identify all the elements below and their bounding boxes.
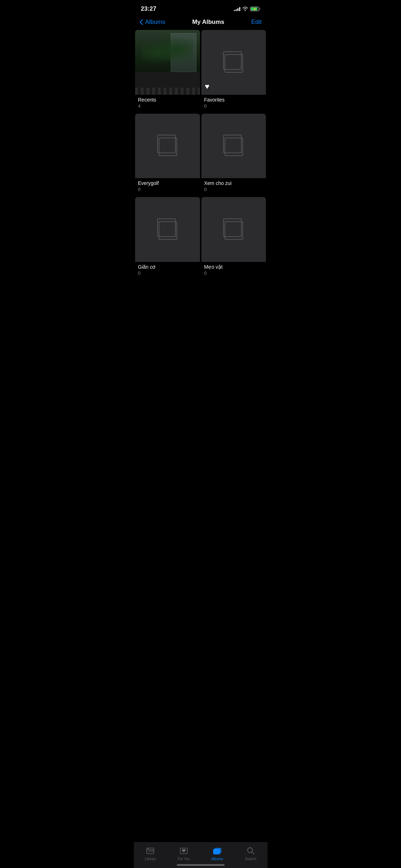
album-item-favorites[interactable]: ♥ Favorites 0 <box>201 30 266 112</box>
album-info-xem: Xem cho zui 0 <box>201 178 266 196</box>
nav-bar: Albums My Albums Edit <box>134 16 267 30</box>
album-item-everygolf[interactable]: Everygolf 0 <box>135 114 200 196</box>
album-count-gian-co: 0 <box>138 270 197 276</box>
album-thumb-xem-cho-zui <box>201 114 266 179</box>
album-placeholder-xem <box>201 114 266 179</box>
stacked-squares-icon <box>221 217 246 242</box>
album-info-recents: Recents 4 <box>135 95 200 112</box>
back-label: Albums <box>145 19 165 26</box>
album-name-meo-vat: Mẹo vặt <box>204 264 263 270</box>
stacked-squares-icon <box>155 217 180 242</box>
album-thumb-meo-vat <box>201 197 266 262</box>
recents-photo <box>135 30 200 95</box>
album-thumb-everygolf <box>135 114 200 179</box>
edit-button[interactable]: Edit <box>251 19 262 26</box>
stacked-squares-icon <box>221 50 246 75</box>
album-name-recents: Recents <box>138 97 197 103</box>
album-info-favorites: Favorites 0 <box>201 95 266 112</box>
album-count-recents: 4 <box>138 103 197 109</box>
album-item-recents[interactable]: Recents 4 <box>135 30 200 112</box>
album-name-xem: Xem cho zui <box>204 180 263 186</box>
album-name-everygolf: Everygolf <box>138 180 197 186</box>
album-thumb-favorites: ♥ <box>201 30 266 95</box>
stacked-squares-icon <box>221 133 246 158</box>
album-info-gian-co: Giãn cơ 0 <box>135 262 200 279</box>
status-icons: ⚡ <box>234 7 260 11</box>
stacked-squares-icon <box>155 133 180 158</box>
album-item-meo-vat[interactable]: Mẹo vặt 0 <box>201 197 266 279</box>
album-info-everygolf: Everygolf 0 <box>135 178 200 196</box>
back-button[interactable]: Albums <box>139 19 165 26</box>
album-name-favorites: Favorites <box>204 97 263 103</box>
wifi-icon <box>242 7 248 11</box>
album-info-meo-vat: Mẹo vặt 0 <box>201 262 266 279</box>
page-title: My Albums <box>192 19 224 26</box>
album-placeholder-gian <box>135 197 200 262</box>
albums-content: Recents 4 ♥ Favorites 0 <box>134 30 267 311</box>
albums-grid: Recents 4 ♥ Favorites 0 <box>134 30 267 279</box>
status-bar: 23:27 ⚡ <box>134 0 267 16</box>
album-item-xem-cho-zui[interactable]: Xem cho zui 0 <box>201 114 266 196</box>
album-count-everygolf: 0 <box>138 187 197 192</box>
album-placeholder-favorites <box>201 30 266 95</box>
album-placeholder-everygolf <box>135 114 200 179</box>
battery-icon: ⚡ <box>250 7 260 11</box>
signal-icon <box>234 7 240 11</box>
album-name-gian-co: Giãn cơ <box>138 264 197 270</box>
heart-icon: ♥ <box>205 82 210 91</box>
album-count-favorites: 0 <box>204 103 263 109</box>
album-placeholder-meo <box>201 197 266 262</box>
album-thumb-gian-co <box>135 197 200 262</box>
album-count-xem: 0 <box>204 187 263 192</box>
status-time: 23:27 <box>141 5 156 12</box>
album-item-gian-co[interactable]: Giãn cơ 0 <box>135 197 200 279</box>
album-count-meo-vat: 0 <box>204 270 263 276</box>
album-thumb-recents <box>135 30 200 95</box>
